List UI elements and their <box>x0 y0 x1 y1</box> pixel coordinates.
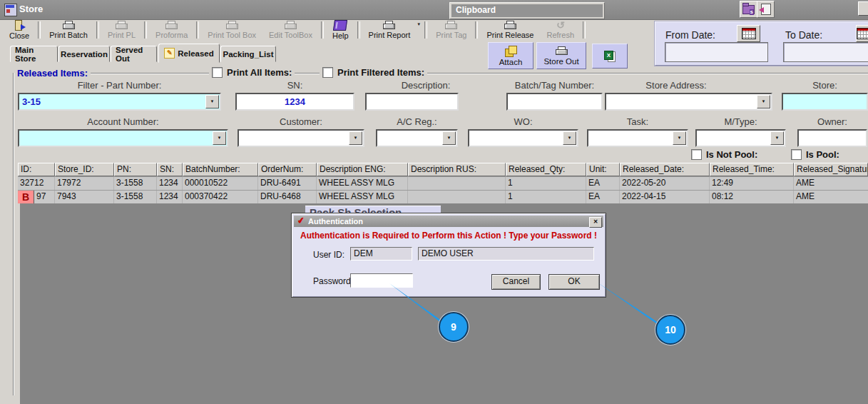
toolbar-separator <box>424 21 427 39</box>
excel-icon <box>604 51 616 62</box>
is-pool-checkbox[interactable] <box>791 149 802 160</box>
title-bar <box>0 0 868 20</box>
column-header[interactable]: Store_ID: <box>55 163 114 176</box>
close-button[interactable]: Close <box>3 20 36 40</box>
part-number-label: Filter - Part Number: <box>18 80 221 91</box>
combo-arrow-icon[interactable]: ▼ <box>442 131 456 145</box>
groupbox-border <box>13 73 14 395</box>
row-edit-badge: B <box>18 191 34 203</box>
help-book-icon <box>333 20 347 31</box>
ok-button[interactable]: OK <box>548 274 600 290</box>
column-header[interactable]: Released_Date: <box>620 163 710 176</box>
tab-reservation[interactable]: Reservation <box>58 46 110 62</box>
export-excel-button[interactable] <box>592 44 628 69</box>
print-report-dropdown-icon[interactable]: ▼ <box>417 22 421 26</box>
print-pl-button: Print PL <box>101 20 142 40</box>
tab-served-out[interactable]: Served Out <box>111 46 157 62</box>
clipboard-toolbar[interactable]: Clipboard <box>449 2 605 19</box>
dialog-title-bar[interactable]: ✔ Authentication ✕ <box>294 216 603 227</box>
print-filtered-items-checkbox[interactable] <box>322 67 333 78</box>
print-all-items-checkbox[interactable] <box>212 67 223 78</box>
batch-tag-field[interactable] <box>506 93 603 111</box>
store-field[interactable] <box>782 93 868 111</box>
attach-button[interactable]: Attach <box>488 42 533 69</box>
is-not-pool-option: Is Not Pool: <box>688 149 760 160</box>
minimize-button[interactable] <box>858 1 868 16</box>
refresh-button: ↺ Refresh <box>541 20 581 40</box>
column-header[interactable]: SN: <box>157 163 183 176</box>
export-page-button[interactable] <box>757 1 775 18</box>
close-icon[interactable]: ✕ <box>589 217 602 228</box>
column-header[interactable]: Released_Time: <box>710 163 794 176</box>
column-header[interactable]: Unit: <box>586 163 620 176</box>
store-window: Store Clipboard Close Print Batch Print … <box>0 0 868 404</box>
main-toolbar: Close Print Batch Print PL Proforma Prin… <box>0 19 659 41</box>
ac-reg-label: A/C Reg.: <box>376 116 458 127</box>
column-header[interactable]: Description RUS: <box>408 163 506 176</box>
combo-arrow-icon[interactable]: ▼ <box>757 95 770 108</box>
tab-main-store[interactable]: Main Store <box>10 46 58 62</box>
column-header[interactable]: Released_Signature <box>794 163 868 176</box>
table-row[interactable]: B 97 7943 3-1558 1234 000370422 DRU-6468… <box>18 190 868 203</box>
from-date-field[interactable] <box>665 42 768 62</box>
table-row[interactable]: 32712 17972 3-1558 1234 000010522 DRU-64… <box>18 176 868 190</box>
store-out-button[interactable]: Store Out <box>536 42 586 69</box>
groupbox-border <box>13 73 868 74</box>
save-layout-button[interactable] <box>740 1 757 18</box>
calendar-icon <box>742 28 756 39</box>
tab-released[interactable]: ✎ Released <box>158 44 220 63</box>
combo-arrow-icon[interactable]: ▼ <box>770 131 784 145</box>
combo-arrow-icon[interactable]: ▼ <box>349 131 362 145</box>
cancel-button[interactable]: Cancel <box>491 274 541 290</box>
sn-label: SN: <box>235 80 354 91</box>
print-tool-box-button: Print Tool Box <box>201 20 262 40</box>
wo-combo[interactable]: ▼ <box>468 129 578 147</box>
to-date-calendar-button[interactable] <box>856 25 868 42</box>
sn-field[interactable]: 1234 <box>235 93 354 111</box>
wo-label: WO: <box>468 116 578 127</box>
description-field[interactable] <box>365 93 459 111</box>
to-date-field[interactable] <box>783 42 868 62</box>
description-label: Description: <box>354 80 497 91</box>
column-header[interactable]: BatchNumber: <box>183 163 258 176</box>
store-address-label: Store Address: <box>605 80 747 91</box>
print-all-items-option: Print All Items: <box>209 67 295 78</box>
column-header[interactable]: Released_Qty: <box>506 163 586 176</box>
store-address-combo[interactable]: ▼ <box>605 93 772 111</box>
ac-reg-combo[interactable]: ▼ <box>376 129 458 147</box>
clipboard-title: Clipboard <box>451 4 603 17</box>
mtype-combo[interactable]: ▼ <box>695 129 786 147</box>
column-header[interactable]: OrderNum: <box>258 163 317 176</box>
task-label: Task: <box>587 116 688 127</box>
user-name-field: DEMO USER <box>418 247 594 261</box>
folder-save-icon <box>742 5 755 14</box>
to-date-label: To Date: <box>785 29 822 41</box>
combo-arrow-icon[interactable]: ▼ <box>563 131 576 145</box>
customer-combo[interactable]: ▼ <box>238 129 364 147</box>
part-number-combo[interactable]: 3-15 ▼ <box>18 93 221 111</box>
column-header[interactable]: PN: <box>114 163 157 176</box>
print-batch-button[interactable]: Print Batch <box>43 20 94 40</box>
combo-arrow-icon[interactable]: ▼ <box>673 131 686 145</box>
from-date-calendar-button[interactable] <box>737 25 760 42</box>
is-not-pool-checkbox[interactable] <box>691 149 702 160</box>
print-report-button[interactable]: Print Report <box>362 20 417 40</box>
column-header[interactable]: Description ENG: <box>317 163 408 176</box>
account-number-combo[interactable]: ▼ <box>18 129 228 147</box>
task-combo[interactable]: ▼ <box>587 129 688 147</box>
toolbar-separator <box>475 21 478 39</box>
combo-arrow-icon[interactable]: ▼ <box>205 95 219 108</box>
proforma-button: Proforma <box>149 20 194 40</box>
user-id-label: User ID: <box>313 250 344 260</box>
owner-field[interactable] <box>797 129 867 147</box>
help-button[interactable]: Help <box>326 20 355 40</box>
printer-icon <box>445 21 457 30</box>
printer-icon <box>504 21 516 30</box>
password-field[interactable] <box>350 273 413 288</box>
print-release-button[interactable]: Print Release <box>480 20 540 40</box>
column-header[interactable]: ID: <box>18 163 55 176</box>
print-tag-button: Print Tag <box>429 20 473 40</box>
combo-arrow-icon[interactable]: ▼ <box>213 131 226 145</box>
grid-header-row: ID: Store_ID: PN: SN: BatchNumber: Order… <box>18 163 868 176</box>
tab-packing-list[interactable]: Packing_List <box>220 46 276 62</box>
